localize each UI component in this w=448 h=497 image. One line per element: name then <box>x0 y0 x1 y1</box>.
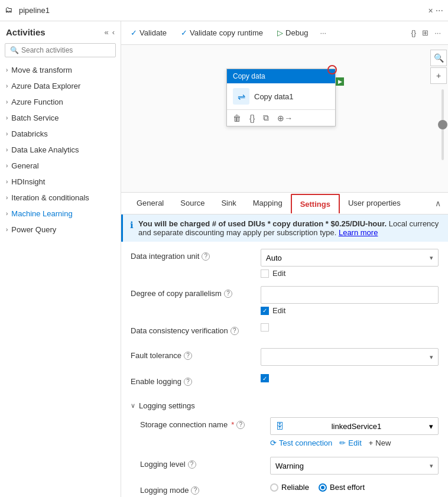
validate-copy-button[interactable]: ✓ Validate copy runtime <box>178 27 265 38</box>
data-integration-unit-select[interactable]: Auto ▾ <box>261 249 439 267</box>
tab-sink[interactable]: Sink <box>213 193 244 215</box>
title-bar-menu[interactable]: ··· <box>436 5 443 16</box>
copy-data-name: Copy data1 <box>254 92 294 101</box>
add-button[interactable]: + <box>430 67 447 84</box>
data-integration-checkbox[interactable] <box>261 269 269 278</box>
more-options-icon[interactable]: ··· <box>434 28 441 37</box>
copy-data-node[interactable]: Copy data ⇌ Copy data1 🗑 {} ⧉ ⊕→ <box>226 69 336 126</box>
storage-icon: 🗄 <box>275 421 284 431</box>
sidebar-item-iteration-conditionals[interactable]: › Iteration & conditionals <box>0 190 121 206</box>
chevron-icon: › <box>6 194 8 201</box>
learn-more-link[interactable]: Learn more <box>339 228 378 237</box>
enable-logging-row: Enable logging ? <box>131 374 439 391</box>
data-integration-unit-help[interactable]: ? <box>202 252 210 261</box>
sidebar-item-hdinsight[interactable]: › HDInsight <box>0 174 121 190</box>
sidebar-item-label: General <box>11 161 38 170</box>
reliable-label: Reliable <box>281 483 309 492</box>
enable-logging-label: Enable logging ? <box>131 374 261 386</box>
section-chevron-icon: ∨ <box>131 402 135 410</box>
fault-tolerance-label: Fault tolerance ? <box>131 348 261 360</box>
add-output-icon[interactable]: ⊕→ <box>277 113 293 123</box>
data-integration-unit-control: Auto ▾ Edit <box>261 249 439 278</box>
toolbar: ✓ Validate ✓ Validate copy runtime ▷ Deb… <box>121 21 448 45</box>
chevron-icon: › <box>6 67 8 73</box>
sidebar-item-label: Azure Function <box>11 98 63 106</box>
data-integration-edit-row: Edit <box>261 269 439 278</box>
copy-parallelism-input[interactable] <box>261 286 439 304</box>
table-icon[interactable]: ⊞ <box>422 28 428 37</box>
logging-mode-label: Logging mode ? <box>140 483 270 495</box>
data-consistency-checkbox[interactable] <box>261 323 269 332</box>
delete-icon[interactable]: 🗑 <box>233 113 241 123</box>
enable-logging-help[interactable]: ? <box>184 378 192 386</box>
sidebar-item-azure-data-explorer[interactable]: › Azure Data Explorer <box>0 78 121 94</box>
code-icon[interactable]: {} <box>411 28 416 37</box>
logging-mode-control: Reliable Best effort <box>270 483 439 492</box>
expand-icon[interactable]: ‹ <box>112 28 115 37</box>
sidebar-item-power-query[interactable]: › Power Query <box>0 222 121 238</box>
logging-mode-best-effort[interactable]: Best effort <box>319 483 365 492</box>
sidebar-item-databricks[interactable]: › Databricks <box>0 126 121 142</box>
sidebar-icon-group: « ‹ <box>104 28 115 37</box>
sidebar-item-machine-learning[interactable]: › Machine Learning <box>0 206 121 222</box>
tab-mapping[interactable]: Mapping <box>245 193 291 215</box>
tabs-collapse-icon[interactable]: ∧ <box>435 199 441 208</box>
logging-settings-toggle[interactable]: ∨ Logging settings <box>131 399 439 410</box>
logging-mode-help[interactable]: ? <box>191 486 199 495</box>
sidebar-item-move-transform[interactable]: › Move & transform <box>0 62 121 78</box>
toolbar-dots[interactable]: ··· <box>320 28 326 37</box>
new-connection-button[interactable]: + New <box>369 438 391 447</box>
enable-logging-checkbox[interactable] <box>261 374 269 382</box>
sidebar-item-label: Move & transform <box>11 66 72 74</box>
copy-icon[interactable]: ⧉ <box>263 113 269 123</box>
tab-source[interactable]: Source <box>172 193 213 215</box>
chevron-down-icon: ▾ <box>430 254 433 262</box>
code-view-icon[interactable]: {} <box>249 113 255 123</box>
chevron-icon: › <box>6 163 8 169</box>
search-box[interactable]: 🔍 <box>5 43 116 57</box>
fault-tolerance-select[interactable]: ▾ <box>261 348 439 366</box>
sidebar-item-batch-service[interactable]: › Batch Service <box>0 110 121 126</box>
slider-track <box>441 89 444 160</box>
data-consistency-help[interactable]: ? <box>231 327 239 335</box>
copy-parallelism-edit-label: Edit <box>272 306 285 315</box>
chevron-down-icon: ▾ <box>429 422 433 431</box>
test-connection-button[interactable]: ⟳ Test connection <box>270 438 332 447</box>
pipeline-canvas[interactable]: Copy data ⇌ Copy data1 🗑 {} ⧉ ⊕→ ▶ 🔍 <box>121 45 448 193</box>
edit-connection-button[interactable]: ✏ Edit <box>339 438 361 447</box>
zoom-search-button[interactable]: 🔍 <box>430 50 447 66</box>
copy-parallelism-checkbox[interactable] <box>261 307 269 315</box>
data-integration-unit-label: Data integration unit ? <box>131 249 261 261</box>
sidebar-item-label: Power Query <box>11 225 56 234</box>
sidebar-item-data-lake-analytics[interactable]: › Data Lake Analytics <box>0 142 121 158</box>
fault-tolerance-help[interactable]: ? <box>184 352 192 360</box>
validate-copy-icon: ✓ <box>181 28 187 37</box>
validate-button[interactable]: ✓ Validate <box>128 27 169 38</box>
storage-connection-select[interactable]: 🗄 linkedService1 ▾ <box>270 417 439 435</box>
sidebar-item-label: Machine Learning <box>11 209 72 218</box>
data-integration-edit-label: Edit <box>272 269 285 278</box>
sidebar-item-azure-function[interactable]: › Azure Function <box>0 94 121 110</box>
tab-general[interactable]: General <box>128 193 172 215</box>
info-text: You will be charged # of used DIUs * cop… <box>138 219 441 237</box>
slider-thumb[interactable] <box>438 120 447 129</box>
search-input[interactable] <box>21 46 111 54</box>
tab-user-properties[interactable]: User properties <box>340 193 409 215</box>
logging-mode-reliable[interactable]: Reliable <box>270 483 309 492</box>
canvas-slider[interactable] <box>441 89 444 160</box>
logging-level-help[interactable]: ? <box>188 460 196 469</box>
search-icon: 🔍 <box>10 46 19 54</box>
logging-level-select[interactable]: Warning ▾ <box>270 457 439 475</box>
toolbar-menu[interactable]: {} ⊞ ··· <box>411 28 441 37</box>
collapse-icon[interactable]: « <box>104 28 108 37</box>
storage-connection-help[interactable]: ? <box>236 421 245 429</box>
tabs-row: General Source Sink Mapping Settings Use… <box>121 193 448 215</box>
settings-panel: General Source Sink Mapping Settings Use… <box>121 193 448 497</box>
copy-parallelism-help[interactable]: ? <box>224 290 232 298</box>
debug-button[interactable]: ▷ Debug <box>275 27 310 38</box>
sidebar-item-label: Batch Service <box>11 113 59 122</box>
sidebar-item-general[interactable]: › General <box>0 158 121 174</box>
copy-data-icon: ⇌ <box>233 88 249 105</box>
tab-settings[interactable]: Settings <box>291 194 340 213</box>
close-button[interactable]: × <box>426 4 435 18</box>
